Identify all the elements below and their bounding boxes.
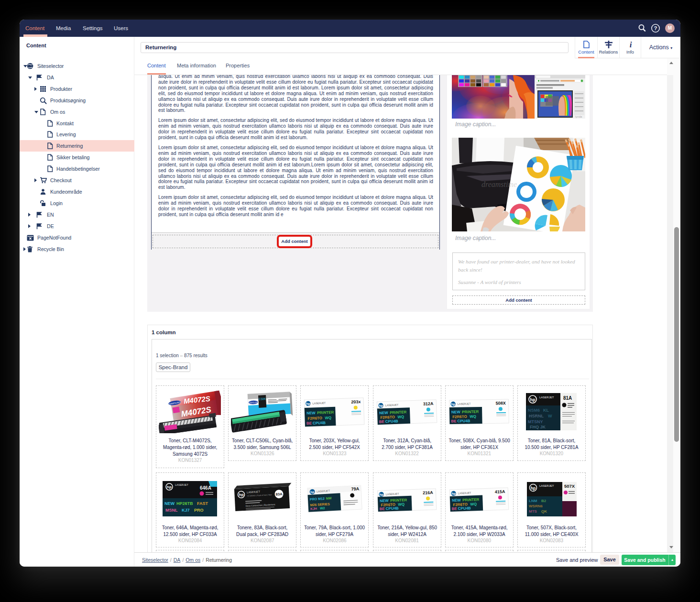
svg-text:C506: C506: [259, 397, 266, 401]
svg-text:LASERJET: LASERJET: [175, 483, 188, 486]
svg-text:PRO: PRO: [194, 508, 204, 513]
svg-text:FHQ JK: FHQ JK: [530, 425, 546, 429]
svg-text:LASERJET: LASERJET: [385, 493, 399, 496]
svg-text:WQ: WQ: [470, 502, 477, 506]
svg-text:KJH: KJH: [310, 507, 317, 511]
svg-text:CPU4B: CPU4B: [313, 421, 326, 426]
svg-text:MTS: MTS: [529, 509, 537, 514]
svg-text:203x: 203x: [351, 399, 361, 405]
svg-text:NEW: NEW: [451, 410, 460, 414]
svg-text:NW: NW: [326, 496, 332, 500]
svg-text:KL: KL: [543, 408, 549, 413]
svg-text:WSRN6: WSRN6: [529, 504, 543, 508]
svg-text:QK: QK: [541, 509, 547, 514]
svg-text:LASERJET: LASERJET: [457, 402, 471, 405]
svg-text:BE: BE: [451, 506, 457, 511]
svg-text:?: ?: [654, 25, 657, 31]
svg-text:83A: 83A: [276, 492, 283, 497]
svg-text:CPU4B: CPU4B: [385, 506, 399, 511]
svg-text:CPU4B: CPU4B: [385, 419, 398, 424]
svg-text:hp: hp: [451, 492, 456, 496]
svg-text:NEW: NEW: [164, 501, 175, 506]
svg-text:508X: 508X: [495, 401, 505, 405]
svg-text:lynda: lynda: [575, 115, 582, 118]
svg-text:B2: B2: [541, 499, 547, 503]
svg-text:CPU4B: CPU4B: [458, 506, 471, 511]
svg-text:W2: W2: [320, 506, 325, 510]
svg-text:F2R6TO: F2R6TO: [308, 416, 323, 421]
svg-text:HP26TB: HP26TB: [176, 501, 193, 506]
svg-text:WQ: WQ: [325, 416, 332, 420]
svg-text:NEW: NEW: [306, 411, 316, 416]
svg-text:WQ: WQ: [470, 415, 476, 419]
svg-text:NSM6: NSM6: [528, 408, 540, 413]
svg-text:PRiNTER: PRiNTER: [462, 497, 480, 502]
svg-text:hp: hp: [530, 397, 535, 402]
svg-text:216A: 216A: [422, 490, 433, 495]
svg-text:415A: 415A: [495, 489, 505, 494]
svg-text:507X: 507X: [564, 483, 575, 489]
svg-text:BE: BE: [451, 419, 457, 423]
svg-text:HSRNL: HSRNL: [529, 414, 544, 418]
svg-text:i: i: [630, 40, 632, 49]
svg-text:PRiNTER: PRiNTER: [389, 410, 406, 415]
svg-text:W: W: [548, 414, 552, 418]
svg-text:PRiNTER: PRiNTER: [317, 410, 334, 415]
svg-text:LASERJET: LASERJET: [385, 404, 399, 407]
svg-text:646A: 646A: [200, 485, 211, 491]
svg-text:LASERJET: LASERJET: [458, 492, 471, 495]
svg-text:MSNL: MSNL: [165, 508, 178, 513]
svg-text:79A: 79A: [351, 486, 360, 492]
svg-text:hp: hp: [379, 493, 383, 497]
svg-text:81A: 81A: [563, 395, 572, 401]
svg-text:PRiNTER: PRiNTER: [462, 410, 479, 415]
svg-text:FAST: FAST: [197, 501, 208, 506]
svg-text:KJ7: KJ7: [182, 508, 190, 513]
svg-text:hp: hp: [451, 403, 455, 406]
svg-text:WQ: WQ: [398, 502, 405, 506]
svg-text:LNM: LNM: [529, 499, 537, 503]
svg-text:hp: hp: [306, 402, 310, 406]
svg-text:LASERJET: LASERJET: [539, 484, 554, 487]
svg-text:dreamstime: dreamstime: [481, 180, 517, 188]
svg-text:BE: BE: [379, 419, 384, 424]
svg-text:hp: hp: [167, 485, 172, 489]
svg-text:hp: hp: [379, 404, 383, 408]
svg-text:LASERJET: LASERJET: [313, 402, 327, 405]
svg-text:BE: BE: [306, 421, 312, 426]
svg-text:CPU4B: CPU4B: [457, 419, 470, 423]
svg-text:MTSNY: MTSNY: [528, 419, 543, 424]
svg-text:hp: hp: [239, 493, 244, 497]
svg-text:NEW: NEW: [452, 498, 461, 503]
svg-text:hp: hp: [531, 486, 536, 491]
svg-text:LASERJET: LASERJET: [539, 396, 554, 399]
svg-text:WQ: WQ: [397, 415, 404, 419]
svg-text:BE: BE: [379, 507, 385, 511]
svg-text:NEW: NEW: [379, 411, 388, 416]
svg-text:312A: 312A: [423, 401, 433, 406]
